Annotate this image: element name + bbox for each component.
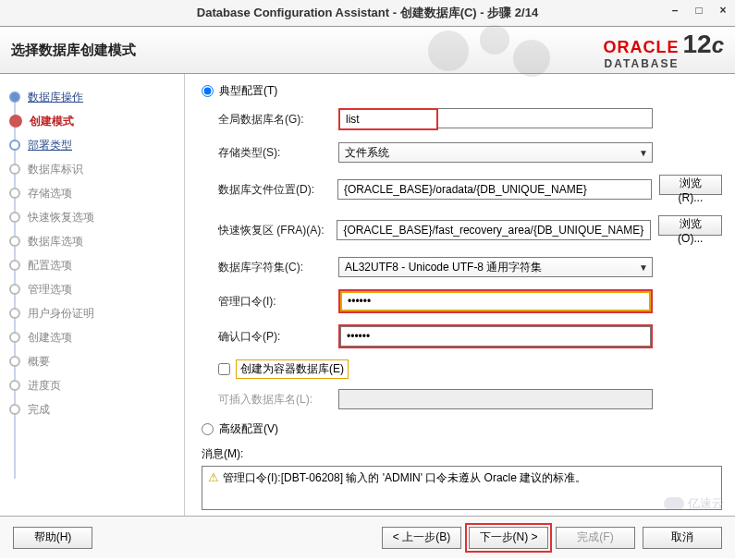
typical-config-radio[interactable]: [202, 85, 214, 97]
label-messages: 消息(M):: [202, 446, 722, 462]
step-dot-icon: [9, 260, 20, 271]
advanced-config-label[interactable]: 高级配置(V): [219, 421, 278, 437]
step-dot-icon: [9, 140, 20, 151]
global-db-name-input[interactable]: [340, 110, 436, 128]
row-storage-type: 存储类型(S): 文件系统 ▼: [218, 141, 722, 164]
step-label: 存储选项: [28, 186, 72, 201]
label-charset: 数据库字符集(C):: [218, 260, 338, 275]
window-maximize-button[interactable]: □: [692, 4, 705, 17]
confirm-password-input[interactable]: [340, 326, 651, 347]
step-management-options: 管理选项: [9, 277, 177, 301]
body-container: 数据库操作 创建模式 部署类型 数据库标识 存储选项 快速恢复选项 数据库选项 …: [0, 74, 735, 516]
step-label[interactable]: 数据库操作: [28, 90, 83, 105]
typical-form-grid: 全局数据库名(G): 存储类型(S): 文件系统 ▼ 数据库文件位置(D):: [218, 108, 722, 348]
typical-config-label[interactable]: 典型配置(T): [219, 83, 277, 99]
step-label: 进度页: [28, 378, 61, 394]
oracle-version: 12: [682, 30, 711, 58]
step-deploy-type[interactable]: 部署类型: [9, 133, 177, 157]
cancel-button[interactable]: 取消: [643, 527, 722, 549]
step-dot-icon: [9, 115, 22, 128]
step-config-options: 配置选项: [9, 253, 177, 277]
label-container-db[interactable]: 创建为容器数据库(E): [236, 359, 349, 379]
step-label: 用户身份证明: [28, 306, 94, 322]
message-text: 管理口令(I):[DBT-06208] 输入的 'ADMIN' 口令未遵从 Or…: [223, 470, 586, 486]
svg-point-2: [513, 40, 550, 77]
step-dot-icon: [9, 284, 20, 295]
step-fast-recovery: 快速恢复选项: [9, 205, 177, 229]
chevron-down-icon: ▼: [639, 262, 648, 273]
step-database-operation[interactable]: 数据库操作: [9, 85, 177, 109]
step-dot-icon: [9, 332, 20, 343]
typical-config-radio-row: 典型配置(T): [202, 83, 722, 99]
admin-password-input[interactable]: [340, 291, 651, 311]
step-label: 概要: [28, 354, 50, 370]
row-charset: 数据库字符集(C): AL32UTF8 - Unicode UTF-8 通用字符…: [218, 256, 722, 278]
oracle-version-suffix: c: [712, 32, 724, 57]
chevron-down-icon: ▼: [639, 148, 648, 158]
storage-type-select[interactable]: 文件系统 ▼: [338, 142, 653, 163]
step-label[interactable]: 部署类型: [28, 138, 72, 153]
step-dot-icon: [9, 91, 20, 103]
window-controls: – □ ×: [668, 4, 729, 17]
step-dot-icon: [9, 308, 20, 319]
advanced-config-radio-row: 高级配置(V): [202, 421, 722, 437]
oracle-logo: ORACLE DATABASE 12c: [603, 30, 724, 70]
cloud-icon: [664, 497, 684, 510]
step-label: 数据库标识: [28, 162, 83, 177]
step-db-options: 数据库选项: [9, 229, 177, 253]
label-storage-type: 存储类型(S):: [218, 145, 338, 161]
db-file-location-input[interactable]: [337, 179, 652, 200]
label-db-file-location: 数据库文件位置(D):: [218, 182, 337, 198]
storage-type-value: 文件系统: [345, 145, 389, 161]
oracle-database-text: DATABASE: [603, 57, 679, 70]
row-global-db-name: 全局数据库名(G):: [218, 108, 722, 130]
step-dot-icon: [9, 164, 20, 175]
pluggable-row-grid: 可插入数据库名(L):: [218, 388, 722, 410]
advanced-config-radio[interactable]: [202, 423, 214, 435]
watermark-text: 亿速云: [688, 495, 724, 512]
label-global-db-name: 全局数据库名(G):: [218, 112, 338, 128]
messages-box[interactable]: ⚠ 管理口令(I):[DBT-06208] 输入的 'ADMIN' 口令未遵从 …: [202, 466, 722, 510]
step-summary: 概要: [9, 349, 177, 373]
step-dot-icon: [9, 188, 20, 199]
row-confirm-password: 确认口令(P):: [218, 324, 722, 348]
row-container-db: 创建为容器数据库(E): [218, 359, 722, 379]
header-banner: 选择数据库创建模式 ORACLE DATABASE 12c: [0, 26, 735, 74]
window-close-button[interactable]: ×: [717, 4, 729, 17]
help-button[interactable]: 帮助(H): [13, 527, 92, 549]
step-db-identity: 数据库标识: [9, 157, 177, 181]
step-label: 完成: [28, 402, 50, 418]
charset-select[interactable]: AL32UTF8 - Unicode UTF-8 通用字符集 ▼: [338, 257, 653, 277]
step-label: 配置选项: [28, 258, 72, 274]
finish-button: 完成(F): [556, 527, 635, 549]
step-finish: 完成: [9, 397, 177, 421]
step-label: 管理选项: [28, 282, 72, 298]
pluggable-db-input: [338, 389, 653, 409]
step-dot-icon: [9, 236, 20, 247]
back-button[interactable]: < 上一步(B): [382, 527, 461, 549]
step-progress: 进度页: [9, 373, 177, 397]
browse-db-file-button[interactable]: 浏览(R)...: [659, 175, 722, 195]
label-confirm-password: 确认口令(P):: [218, 329, 338, 345]
charset-value: AL32UTF8 - Unicode UTF-8 通用字符集: [345, 260, 542, 275]
step-label: 创建模式: [30, 114, 74, 129]
warning-icon: ⚠: [208, 470, 219, 484]
next-button[interactable]: 下一步(N) >: [469, 527, 548, 549]
row-fra: 快速恢复区 (FRA)(A): 浏览(O)...: [218, 215, 722, 245]
page-title: 选择数据库创建模式: [11, 42, 136, 59]
container-db-checkbox[interactable]: [218, 363, 230, 375]
label-pluggable-db: 可插入数据库名(L):: [218, 392, 338, 408]
step-storage-options: 存储选项: [9, 181, 177, 205]
window-title: Database Configuration Assistant - 创建数据库…: [197, 5, 538, 21]
browse-fra-button[interactable]: 浏览(O)...: [658, 215, 722, 236]
window-minimize-button[interactable]: –: [668, 4, 681, 17]
row-pluggable-db: 可插入数据库名(L):: [218, 388, 722, 410]
step-create-mode: 创建模式: [9, 109, 177, 133]
watermark: 亿速云: [664, 495, 724, 512]
wizard-sidebar: 数据库操作 创建模式 部署类型 数据库标识 存储选项 快速恢复选项 数据库选项 …: [0, 74, 185, 516]
main-form: 典型配置(T) 全局数据库名(G): 存储类型(S): 文件系统 ▼: [185, 74, 735, 516]
label-admin-password: 管理口令(I):: [218, 294, 338, 310]
step-label: 数据库选项: [28, 234, 83, 250]
svg-point-1: [480, 25, 509, 55]
fra-input[interactable]: [337, 220, 651, 240]
